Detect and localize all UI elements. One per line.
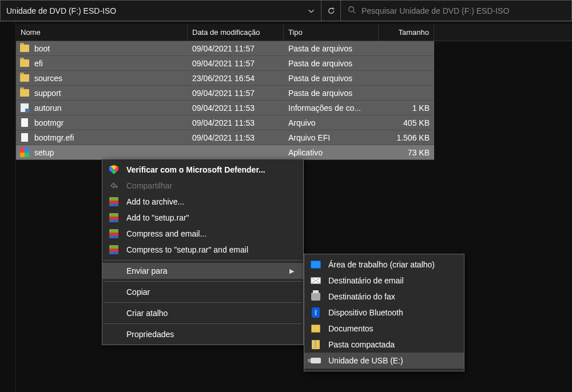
sendto-zip[interactable]: Pasta compactada (304, 337, 464, 353)
ctx-send-to[interactable]: Enviar para ▶ (102, 263, 303, 279)
shield-icon (108, 164, 120, 175)
column-headers: Nome Data de modificação Tipo Tamanho (16, 24, 572, 41)
winrar-icon (108, 196, 120, 207)
chevron-down-icon[interactable] (307, 7, 315, 15)
separator (104, 260, 302, 261)
folder-icon (19, 73, 30, 83)
winrar-icon (108, 228, 120, 239)
search-icon (348, 6, 356, 15)
col-size[interactable]: Tamanho (379, 24, 434, 41)
separator (104, 323, 302, 324)
file-row[interactable]: sources 23/06/2021 16:54 Pasta de arquiv… (16, 71, 434, 86)
winrar-icon (108, 212, 120, 223)
desktop-icon (310, 259, 321, 270)
svg-line-1 (353, 11, 356, 14)
file-row[interactable]: bootmgr 09/04/2021 11:53 Arquivo 405 KB (16, 115, 434, 130)
sendto-bluetooth[interactable]: ᛒ Dispositivo Bluetooth (304, 305, 464, 321)
separator (104, 302, 302, 303)
file-icon (19, 133, 30, 143)
winrar-icon (108, 244, 120, 255)
exe-icon (19, 147, 30, 158)
file-row[interactable]: boot 09/04/2021 11:57 Pasta de arquivos (16, 41, 434, 56)
chevron-right-icon: ▶ (289, 267, 295, 275)
col-type[interactable]: Tipo (284, 24, 379, 41)
mail-icon (310, 275, 321, 286)
file-row[interactable]: autorun 09/04/2021 11:53 Informações de … (16, 101, 434, 115)
bluetooth-icon: ᛒ (310, 307, 321, 318)
folder-icon (19, 58, 30, 69)
search-input[interactable]: Pesquisar Unidade de DVD (F:) ESD-ISO (341, 0, 572, 21)
address-bar[interactable]: Unidade de DVD (F:) ESD-ISO (0, 0, 321, 21)
col-name[interactable]: Nome (16, 24, 188, 41)
address-text: Unidade de DVD (F:) ESD-ISO (6, 6, 304, 15)
svg-point-0 (349, 7, 354, 12)
file-icon (19, 118, 30, 128)
ctx-add-setup-rar[interactable]: Add to "setup.rar" (102, 210, 303, 226)
sendto-documents[interactable]: Documentos (304, 321, 464, 337)
sendto-desktop[interactable]: Área de trabalho (criar atalho) (304, 257, 464, 273)
inf-icon (19, 103, 30, 113)
share-icon (108, 180, 120, 191)
navigation-pane-edge[interactable] (0, 22, 16, 392)
folder-icon (19, 88, 30, 98)
ctx-compress-email[interactable]: Compress and email... (102, 226, 303, 242)
folder-icon (19, 43, 30, 54)
file-list: boot 09/04/2021 11:57 Pasta de arquivos … (16, 41, 434, 160)
ctx-compress-setup-email[interactable]: Compress to "setup.rar" and email (102, 242, 303, 258)
ctx-share: Compartilhar (102, 178, 303, 194)
send-to-submenu: Área de trabalho (criar atalho) Destinat… (304, 254, 464, 371)
file-row[interactable]: setup Aplicativo 73 KB (16, 145, 434, 160)
separator (104, 281, 302, 282)
file-row[interactable]: efi 09/04/2021 11:57 Pasta de arquivos (16, 56, 434, 71)
refresh-button[interactable] (321, 0, 341, 21)
ctx-defender[interactable]: Verificar com o Microsoft Defender... (102, 162, 303, 178)
sendto-usb[interactable]: Unidade de USB (E:) (304, 353, 464, 369)
sendto-email[interactable]: Destinatário de email (304, 273, 464, 289)
ctx-properties[interactable]: Propriedades (102, 326, 303, 342)
ctx-copy[interactable]: Copiar (102, 284, 303, 300)
col-date[interactable]: Data de modificação (188, 24, 284, 41)
ctx-add-archive[interactable]: Add to archive... (102, 194, 303, 210)
usb-drive-icon (310, 355, 321, 366)
context-menu: Verificar com o Microsoft Defender... Co… (102, 159, 304, 345)
fax-icon (310, 291, 321, 302)
documents-icon (310, 323, 321, 334)
file-row[interactable]: bootmgr.efi 09/04/2021 11:53 Arquivo EFI… (16, 130, 434, 145)
file-row[interactable]: support 09/04/2021 11:57 Pasta de arquiv… (16, 86, 434, 101)
ctx-create-shortcut[interactable]: Criar atalho (102, 305, 303, 321)
sendto-fax[interactable]: Destinatário do fax (304, 289, 464, 305)
zip-icon (310, 339, 321, 350)
search-placeholder: Pesquisar Unidade de DVD (F:) ESD-ISO (362, 6, 509, 15)
